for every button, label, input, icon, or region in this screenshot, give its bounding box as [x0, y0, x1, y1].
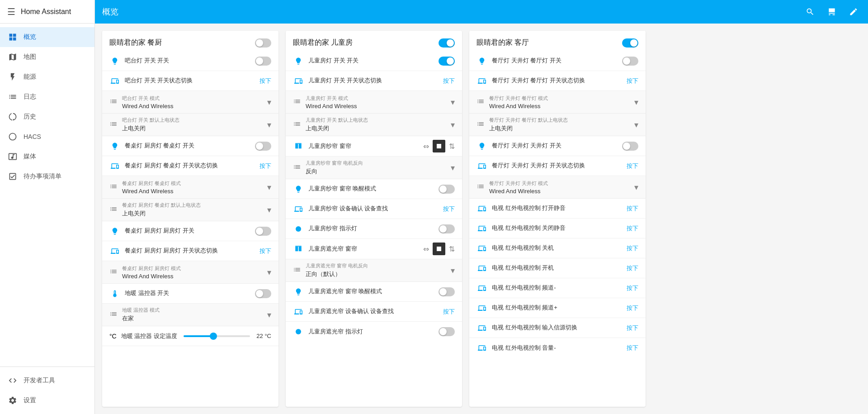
row-icon-kids-5 [293, 163, 301, 172]
row-action-btn-kids-7[interactable]: 按下 [443, 205, 455, 213]
edit-button[interactable] [846, 5, 861, 19]
select-arrow-kids-2[interactable]: ▾ [451, 97, 455, 107]
row-curtain-kids-4: 儿童房纱帘 窗帘 ⇔ ⇅ [286, 136, 462, 157]
row-icon-kitchen-11 [109, 288, 120, 299]
toggle-kitchen-8[interactable] [255, 227, 271, 236]
row-button-living-10: 电视 红外电视控制 开机 按下 [469, 258, 646, 278]
row-action-btn-living-10[interactable]: 按下 [627, 264, 638, 272]
sidebar-item-history[interactable]: 历史 [0, 107, 94, 127]
dashboard-button[interactable] [825, 5, 839, 19]
panel-toggle-kitchen[interactable] [255, 38, 271, 48]
select-content-kitchen-6: 餐桌灯 厨房灯 餐桌灯 模式 Wired And Wireless [122, 180, 263, 195]
curtain-stop-btn-kids-4[interactable] [433, 140, 445, 152]
curtain-adjust-icon: ⇅ [449, 142, 455, 151]
select-arrow-kitchen-12[interactable]: ▾ [267, 310, 271, 320]
panel-toggle-living[interactable] [622, 38, 638, 48]
panel-toggle-track-living[interactable] [622, 38, 638, 48]
sidebar-item-todo[interactable]: 待办事项清单 [0, 167, 94, 186]
row-action-btn-kids-12[interactable]: 按下 [443, 308, 455, 316]
sidebar-item-media[interactable]: 媒体 [0, 147, 94, 167]
row-icon-living-1 [476, 76, 487, 86]
row-select-living-6: 餐厅灯 天井灯 天井灯 模式 Wired And Wireless ▾ [469, 176, 646, 199]
row-icon-living-8 [476, 223, 487, 234]
row-action-btn-kitchen-5[interactable]: 按下 [259, 162, 271, 170]
slider-track-kitchen-13[interactable] [184, 335, 250, 337]
sidebar-item-overview[interactable]: 概览 [0, 27, 94, 47]
panel-toggle-track-kitchen[interactable] [255, 38, 271, 48]
row-button-living-12: 电视 红外电视控制 频道+ 按下 [469, 298, 646, 318]
row-select-kids-2: 儿童房灯 开关 模式 Wired And Wireless ▾ [286, 91, 462, 114]
row-toggle-kids-13: 儿童房遮光帘 指示灯 [286, 322, 462, 342]
row-label-kids-13: 儿童房遮光帘 指示灯 [308, 328, 434, 336]
toggle-kitchen-0[interactable] [255, 57, 271, 66]
panel-title-kids: 眼睛君的家 儿童房 [293, 38, 353, 48]
topbar-actions [803, 5, 861, 19]
toggle-kids-13[interactable] [439, 327, 455, 336]
select-arrow-kids-5[interactable]: ▾ [451, 163, 455, 173]
curtain-expand-icon: ⇔ [423, 142, 429, 151]
toggle-kitchen-4[interactable] [255, 142, 271, 151]
select-arrow-living-2[interactable]: ▾ [634, 97, 638, 107]
sidebar-item-hacs[interactable]: HACS [0, 127, 94, 147]
sidebar-item-map[interactable]: 地图 [0, 47, 94, 67]
select-arrow-kitchen-2[interactable]: ▾ [267, 97, 271, 107]
select-arrow-living-6[interactable]: ▾ [634, 182, 638, 192]
search-button[interactable] [803, 5, 817, 19]
row-icon-living-11 [476, 283, 487, 294]
select-value-kids-3: 上电关闭 [306, 124, 446, 133]
row-icon-kitchen-0 [109, 56, 120, 67]
select-arrow-living-3[interactable]: ▾ [634, 120, 638, 130]
row-icon-kids-10 [293, 266, 301, 275]
row-action-btn-living-14[interactable]: 按下 [627, 344, 638, 352]
select-arrow-kitchen-7[interactable]: ▾ [267, 205, 271, 215]
select-arrow-kids-10[interactable]: ▾ [451, 266, 455, 276]
row-icon-living-7 [476, 203, 487, 214]
row-label-living-5: 餐厅灯 天井灯 天井灯 开关状态切换 [492, 162, 622, 170]
panel-toggle-kids[interactable] [439, 38, 455, 48]
sidebar-item-log[interactable]: 日志 [0, 87, 94, 107]
panel-toggle-track-kids[interactable] [439, 38, 455, 48]
row-action-btn-living-7[interactable]: 按下 [627, 205, 638, 213]
row-action-btn-living-12[interactable]: 按下 [627, 304, 638, 312]
toggle-living-4[interactable] [622, 142, 638, 151]
toggle-kids-8[interactable] [439, 224, 455, 233]
sidebar-item-settings[interactable]: 设置 [0, 390, 94, 410]
svg-rect-2 [299, 144, 302, 149]
select-arrow-kitchen-6[interactable]: ▾ [267, 182, 271, 192]
row-icon-kitchen-4 [109, 141, 120, 152]
row-icon-kids-0 [293, 56, 304, 67]
row-action-btn-living-13[interactable]: 按下 [627, 324, 638, 332]
toggle-kids-6[interactable] [439, 185, 455, 194]
menu-icon[interactable]: ☰ [7, 6, 15, 17]
toggle-kids-0[interactable] [439, 57, 455, 66]
row-action-btn-living-8[interactable]: 按下 [627, 224, 638, 233]
row-label-living-1: 餐厅灯 天井灯 餐厅灯 开关状态切换 [492, 77, 622, 85]
sidebar-item-energy[interactable]: 能源 [0, 67, 94, 87]
select-value-kitchen-2: Wired And Wireless [122, 103, 263, 109]
row-action-btn-kitchen-1[interactable]: 按下 [259, 77, 271, 85]
settings-icon [7, 395, 18, 406]
row-action-btn-living-5[interactable]: 按下 [627, 162, 638, 170]
row-toggle-kids-6: 儿童房纱帘 窗帘 唤醒模式 [286, 179, 462, 199]
row-action-btn-kitchen-9[interactable]: 按下 [259, 247, 271, 255]
row-action-btn-living-11[interactable]: 按下 [627, 284, 638, 292]
sidebar-nav: 概览 地图 能源 日志 历史 HACS 媒体 待办事项清单 [0, 24, 94, 366]
select-arrow-kids-3[interactable]: ▾ [451, 120, 455, 130]
toggle-kitchen-11[interactable] [255, 289, 271, 298]
panel-title-living: 眼睛君的家 客厅 [476, 38, 529, 48]
row-label-kitchen-13: 地暖 温控器 设定温度 [121, 332, 177, 340]
row-action-btn-living-1[interactable]: 按下 [627, 77, 638, 85]
select-label-kitchen-2: 吧台灯 开关 模式 [122, 95, 263, 102]
toggle-living-0[interactable] [622, 57, 638, 66]
row-action-btn-living-9[interactable]: 按下 [627, 244, 638, 252]
select-arrow-kitchen-3[interactable]: ▾ [267, 120, 271, 130]
select-content-kids-10: 儿童房遮光帘 窗帘 电机反向 正向（默认） [306, 262, 446, 278]
todo-icon [7, 171, 18, 182]
select-arrow-kitchen-10[interactable]: ▾ [267, 267, 271, 277]
curtain-stop-btn-kids-9[interactable] [433, 243, 445, 255]
toggle-kids-11[interactable] [439, 287, 455, 296]
row-label-kids-11: 儿童房遮光帘 窗帘 唤醒模式 [308, 288, 434, 295]
sidebar-item-devtools[interactable]: 开发者工具 [0, 371, 94, 390]
row-action-btn-kids-1[interactable]: 按下 [443, 77, 455, 85]
nav-label-log: 日志 [24, 93, 36, 101]
